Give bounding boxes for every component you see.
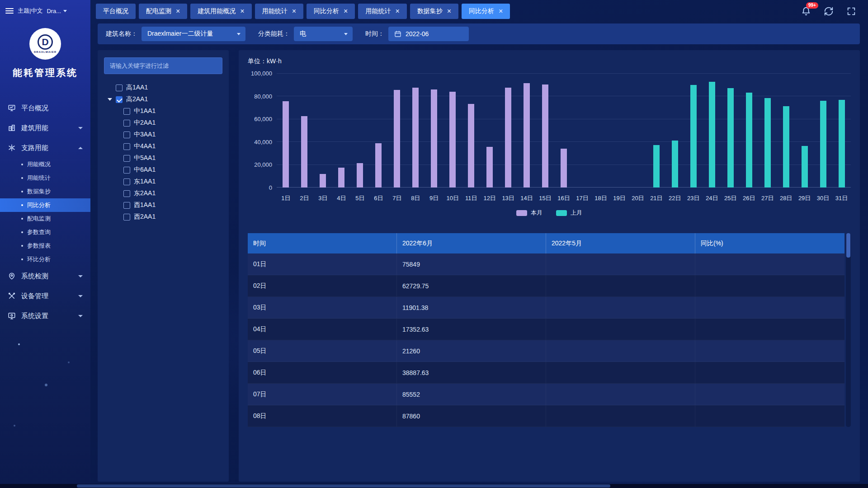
bar-本月-4日[interactable]: [338, 168, 344, 188]
bar-本月-16日[interactable]: [561, 149, 567, 188]
tab-close-icon[interactable]: ×: [344, 8, 348, 15]
horizontal-scrollbar-track[interactable]: [0, 484, 868, 488]
tree-expand-icon[interactable]: [108, 98, 112, 101]
tree-checkbox[interactable]: [123, 190, 130, 197]
sidebar-item-平台概况[interactable]: 平台概况: [0, 98, 90, 118]
tree-checkbox[interactable]: [123, 178, 130, 185]
table-scrollbar-track[interactable]: [846, 233, 851, 427]
bar-本月-8日[interactable]: [412, 88, 419, 188]
table-row[interactable]: 01日75849: [248, 253, 844, 275]
sidebar-item-设备管理[interactable]: 设备管理: [0, 286, 90, 306]
tree-node-高1AA1[interactable]: 高1AA1: [104, 82, 222, 94]
table-row[interactable]: 04日17352.63: [248, 319, 844, 340]
bar-上月-25日[interactable]: [727, 88, 734, 188]
tree-node-东1AA1[interactable]: 东1AA1: [104, 176, 222, 188]
theme-language-link[interactable]: 主题|中文: [18, 7, 42, 15]
tab-close-icon[interactable]: ×: [395, 8, 399, 15]
legend-item-上月[interactable]: 上月: [556, 209, 582, 217]
tab-close-icon[interactable]: ×: [176, 8, 180, 15]
tree-checkbox[interactable]: [123, 108, 130, 115]
tab-close-icon[interactable]: ×: [292, 8, 296, 15]
tree-node-中5AA1[interactable]: 中5AA1: [104, 152, 222, 164]
bar-本月-7日[interactable]: [394, 90, 400, 188]
bar-上月-23日[interactable]: [690, 85, 697, 188]
tree-node-中3AA1[interactable]: 中3AA1: [104, 129, 222, 141]
tree-checkbox[interactable]: [123, 214, 130, 221]
table-row[interactable]: 08日87860: [248, 405, 844, 427]
refresh-button[interactable]: [823, 5, 835, 17]
sidebar-item-建筑用能[interactable]: 建筑用能: [0, 118, 90, 138]
tab-close-icon[interactable]: ×: [499, 8, 503, 15]
sidebar-item-环比分析[interactable]: 环比分析: [0, 253, 90, 266]
tab-close-icon[interactable]: ×: [447, 8, 451, 15]
tree-checkbox[interactable]: [123, 202, 130, 209]
bar-本月-9日[interactable]: [431, 89, 437, 188]
bar-本月-6日[interactable]: [375, 143, 382, 188]
tree-node-高2AA1[interactable]: 高2AA1: [104, 94, 222, 105]
table-row[interactable]: 02日62729.75: [248, 275, 844, 297]
energy-type-select[interactable]: 电: [294, 27, 353, 41]
tree-checkbox[interactable]: [123, 155, 130, 162]
sidebar-item-同比分析[interactable]: 同比分析: [0, 198, 90, 212]
sidebar-item-参数报表[interactable]: 参数报表: [0, 239, 90, 253]
building-select[interactable]: Draexlmaier一二级计量: [142, 27, 245, 41]
tab-同比分析[interactable]: 同比分析×: [307, 4, 355, 19]
tab-数据集抄[interactable]: 数据集抄×: [410, 4, 458, 19]
bar-上月-30日[interactable]: [820, 101, 826, 188]
bar-本月-13日[interactable]: [505, 88, 511, 188]
bar-本月-1日[interactable]: [283, 101, 289, 188]
tree-checkbox[interactable]: [116, 84, 123, 91]
tree-checkbox[interactable]: [123, 131, 130, 138]
bar-本月-11日[interactable]: [468, 104, 474, 188]
notifications-button[interactable]: 99+: [800, 5, 812, 17]
sidebar-item-数据集抄[interactable]: 数据集抄: [0, 185, 90, 198]
bar-上月-22日[interactable]: [672, 141, 678, 188]
tab-用能统计[interactable]: 用能统计×: [255, 4, 303, 19]
bar-上月-29日[interactable]: [802, 146, 808, 188]
legend-item-本月[interactable]: 本月: [516, 209, 542, 217]
tree-node-中4AA1[interactable]: 中4AA1: [104, 141, 222, 152]
tab-配电监测[interactable]: 配电监测×: [139, 4, 187, 19]
tree-checkbox[interactable]: [116, 96, 123, 103]
sidebar-item-参数查询[interactable]: 参数查询: [0, 225, 90, 239]
sidebar-item-用能概况[interactable]: 用能概况: [0, 158, 90, 171]
bar-本月-10日[interactable]: [449, 92, 456, 188]
bar-本月-14日[interactable]: [524, 83, 530, 188]
tree-node-东2AA1[interactable]: 东2AA1: [104, 188, 222, 199]
tree-checkbox[interactable]: [123, 120, 130, 127]
tab-平台概况[interactable]: 平台概况: [96, 4, 136, 19]
bar-本月-2日[interactable]: [301, 116, 307, 188]
bar-上月-27日[interactable]: [764, 98, 771, 188]
date-picker[interactable]: 2022-06: [388, 27, 469, 41]
bar-上月-28日[interactable]: [783, 106, 789, 188]
horizontal-scrollbar-thumb[interactable]: [77, 484, 610, 488]
bar-本月-15日[interactable]: [542, 84, 548, 188]
table-scrollbar-thumb[interactable]: [846, 233, 850, 258]
tree-node-西1AA1[interactable]: 西1AA1: [104, 199, 222, 211]
tab-close-icon[interactable]: ×: [240, 8, 244, 15]
bar-上月-24日[interactable]: [709, 82, 715, 188]
tab-用能统计[interactable]: 用能统计×: [358, 4, 406, 19]
hamburger-menu-icon[interactable]: [5, 8, 14, 14]
tab-建筑用能概况[interactable]: 建筑用能概况×: [190, 4, 251, 19]
tree-node-中1AA1[interactable]: 中1AA1: [104, 105, 222, 117]
tree-node-中6AA1[interactable]: 中6AA1: [104, 164, 222, 176]
sidebar-item-配电监测[interactable]: 配电监测: [0, 212, 90, 225]
bar-本月-3日[interactable]: [320, 174, 326, 188]
bar-上月-26日[interactable]: [746, 93, 752, 188]
bar-上月-21日[interactable]: [653, 145, 660, 188]
sidebar-item-系统检测[interactable]: 系统检测: [0, 266, 90, 286]
bar-本月-12日[interactable]: [486, 147, 493, 188]
sidebar-item-支路用能[interactable]: 支路用能: [0, 138, 90, 158]
tree-checkbox[interactable]: [123, 143, 130, 150]
tree-checkbox[interactable]: [123, 167, 130, 174]
tree-node-西2AA1[interactable]: 西2AA1: [104, 211, 222, 223]
tree-search-input[interactable]: [104, 57, 222, 74]
bar-上月-31日[interactable]: [839, 100, 845, 188]
table-row[interactable]: 07日85552: [248, 384, 844, 405]
table-row[interactable]: 06日38887.63: [248, 362, 844, 384]
tree-node-中2AA1[interactable]: 中2AA1: [104, 117, 222, 129]
table-row[interactable]: 05日21260: [248, 340, 844, 362]
sidebar-item-用能统计[interactable]: 用能统计: [0, 171, 90, 185]
fullscreen-button[interactable]: [845, 5, 857, 17]
